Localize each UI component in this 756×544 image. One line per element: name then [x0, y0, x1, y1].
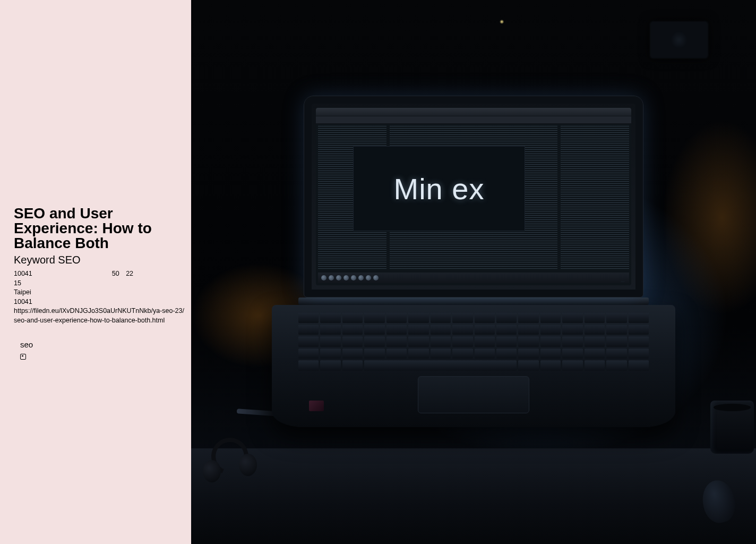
page-url: https://filedn.eu/lXvDNJGJo3S0aUrNKUTnNk… [14, 307, 186, 325]
page-title: SEO and User Experience: How to Balance … [14, 206, 186, 251]
address-postal: 10041 [14, 298, 186, 307]
headphones-prop [201, 438, 264, 486]
taskbar-icon [358, 275, 364, 280]
screen-brand-text: Min ex [394, 172, 485, 206]
address-line: 10041 50 22 [14, 269, 186, 279]
page-subtitle: Keyword SEO [14, 254, 186, 266]
laptop: Min ex [304, 96, 643, 427]
center-panel: Min ex [353, 146, 525, 231]
expand-icon[interactable] [20, 354, 26, 360]
content-block: SEO and User Experience: How to Balance … [14, 206, 186, 362]
taskbar-icon [336, 275, 341, 280]
shelf-device [650, 21, 708, 58]
taskbar-icon [343, 275, 349, 280]
taskbar-icon [366, 275, 371, 280]
taskbar-icon [329, 275, 334, 280]
left-panel: SEO and User Experience: How to Balance … [0, 0, 191, 544]
desk-surface [191, 448, 756, 544]
window-titlebar [316, 108, 631, 116]
taskbar-icon [351, 275, 356, 280]
taskbar [318, 273, 629, 283]
trackpad [418, 376, 529, 413]
mug-prop [710, 401, 754, 454]
laptop-screen: Min ex [316, 108, 631, 285]
address-city: Taipei [14, 288, 186, 298]
tag-block: seo [14, 340, 186, 362]
screen-badge [621, 281, 625, 282]
taskbar-icon [321, 275, 327, 280]
laptop-sticker [309, 401, 324, 411]
hero-image: Min ex [191, 0, 756, 544]
laptop-base [272, 305, 675, 427]
taskbar-icon [373, 275, 379, 280]
keyboard [298, 312, 649, 371]
laptop-hinge [298, 298, 649, 305]
tag-label: seo [20, 340, 186, 349]
address-number: 15 [14, 279, 186, 288]
window-toolbar [316, 116, 631, 124]
laptop-lid: Min ex [304, 96, 643, 298]
